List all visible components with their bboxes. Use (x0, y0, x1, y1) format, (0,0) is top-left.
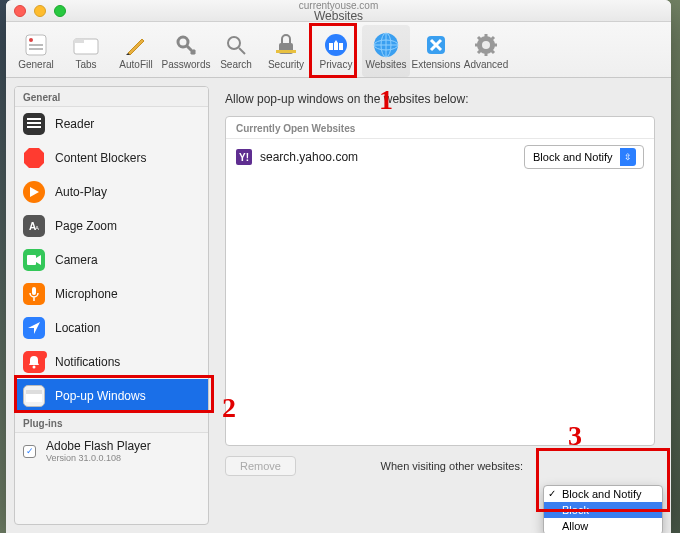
tab-privacy[interactable]: Privacy (312, 25, 360, 77)
svg-marker-27 (28, 322, 40, 334)
sidebar: General Reader Content Blockers Auto-Pla… (14, 86, 209, 525)
minimize-icon[interactable] (34, 5, 46, 17)
svg-rect-29 (26, 390, 42, 394)
sidebar-item-reader[interactable]: Reader (15, 107, 208, 141)
sidebar-item-flash[interactable]: ✓ Adobe Flash Player Version 31.0.0.108 (15, 433, 208, 469)
sidebar-item-auto-play[interactable]: Auto-Play (15, 175, 208, 209)
window-subtitle: currentyouse.com (6, 0, 671, 11)
svg-rect-2 (29, 48, 43, 50)
svg-point-28 (33, 366, 36, 369)
menu-option-allow[interactable]: Allow (544, 518, 662, 533)
panel-header: Currently Open Websites (226, 117, 654, 139)
titlebar: currentyouse.com Websites (6, 0, 671, 22)
maximize-icon[interactable] (54, 5, 66, 17)
chevron-updown-icon: ⇳ (620, 148, 636, 166)
svg-point-16 (482, 41, 490, 49)
tab-security[interactable]: Security (262, 25, 310, 77)
notification-badge-icon (39, 351, 47, 359)
websites-panel: Currently Open Websites Y! search.yahoo.… (225, 116, 655, 446)
section-label: Allow pop-up windows on the websites bel… (225, 92, 655, 106)
svg-point-7 (228, 37, 240, 49)
window-title: Websites (6, 11, 671, 22)
menu-option-block-notify[interactable]: Block and Notify (544, 486, 662, 502)
yahoo-favicon-icon: Y! (236, 149, 252, 165)
svg-marker-20 (24, 148, 44, 168)
website-name: search.yahoo.com (260, 150, 516, 164)
preferences-window: currentyouse.com Websites General Tabs A… (6, 0, 671, 533)
svg-rect-9 (276, 50, 296, 53)
tab-autofill[interactable]: AutoFill (112, 25, 160, 77)
svg-rect-18 (27, 122, 41, 124)
sidebar-item-popup-windows[interactable]: Pop-up Windows (15, 379, 208, 413)
main-pane: Allow pop-up windows on the websites bel… (209, 78, 671, 533)
svg-marker-25 (36, 255, 41, 265)
svg-rect-19 (27, 126, 41, 128)
tab-extensions[interactable]: Extensions (412, 25, 460, 77)
svg-rect-26 (32, 287, 36, 295)
sidebar-item-notifications[interactable]: Notifications (15, 345, 208, 379)
sidebar-item-content-blockers[interactable]: Content Blockers (15, 141, 208, 175)
tab-general[interactable]: General (12, 25, 60, 77)
sidebar-section-plugins: Plug-ins (15, 413, 208, 433)
sidebar-item-page-zoom[interactable]: AA Page Zoom (15, 209, 208, 243)
svg-rect-24 (27, 255, 36, 265)
preferences-toolbar: General Tabs AutoFill Passwords Search S… (6, 22, 671, 78)
menu-option-block[interactable]: Block (544, 502, 662, 518)
svg-text:A: A (35, 225, 39, 231)
sidebar-section-general: General (15, 87, 208, 107)
svg-rect-1 (29, 44, 43, 46)
close-icon[interactable] (14, 5, 26, 17)
website-policy-dropdown[interactable]: Block and Notify ⇳ (524, 145, 644, 169)
svg-rect-17 (27, 118, 41, 120)
sidebar-item-microphone[interactable]: Microphone (15, 277, 208, 311)
plugin-checkbox[interactable]: ✓ (23, 445, 36, 458)
svg-marker-21 (30, 187, 39, 197)
remove-button[interactable]: Remove (225, 456, 296, 476)
tab-search[interactable]: Search (212, 25, 260, 77)
tab-websites[interactable]: Websites (362, 25, 410, 77)
tab-tabs[interactable]: Tabs (62, 25, 110, 77)
tab-passwords[interactable]: Passwords (162, 25, 210, 77)
other-websites-label: When visiting other websites: (381, 460, 523, 472)
sidebar-item-camera[interactable]: Camera (15, 243, 208, 277)
tab-advanced[interactable]: Advanced (462, 25, 510, 77)
other-websites-menu[interactable]: Block and Notify Block Allow (543, 485, 663, 533)
svg-point-3 (29, 38, 33, 42)
svg-rect-30 (26, 394, 42, 402)
website-row[interactable]: Y! search.yahoo.com Block and Notify ⇳ (226, 139, 654, 175)
sidebar-item-location[interactable]: Location (15, 311, 208, 345)
svg-rect-5 (74, 39, 84, 43)
